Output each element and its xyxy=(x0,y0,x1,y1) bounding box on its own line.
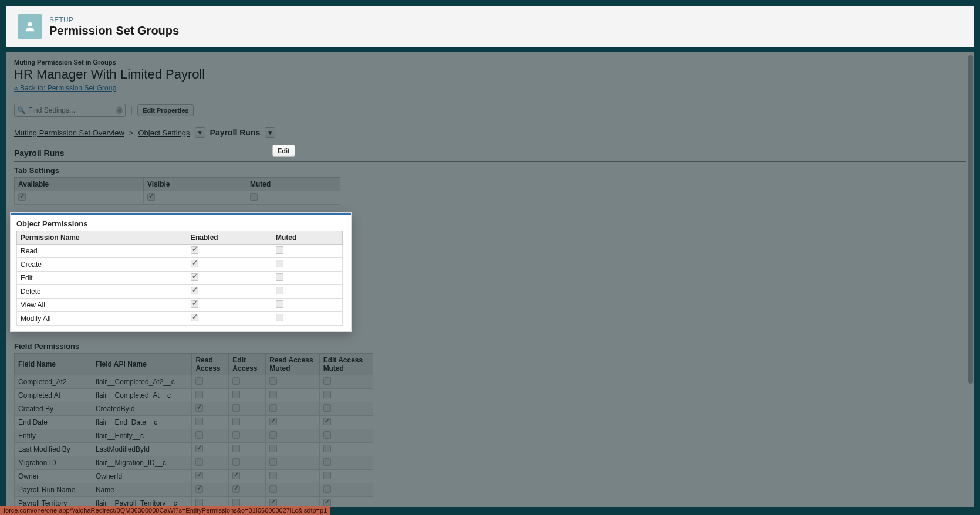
read-access-checkbox xyxy=(195,445,203,452)
muted-cell xyxy=(272,285,343,299)
read-access xyxy=(192,416,229,429)
edit-access-checkbox xyxy=(232,472,240,479)
field-name-cell: Completed At xyxy=(15,389,92,402)
field-name-cell: Last Modified By xyxy=(15,443,92,456)
edit-access-muted xyxy=(319,470,373,483)
read-access-muted xyxy=(266,429,319,443)
permission-name-cell: Modify All xyxy=(17,312,187,326)
read-access xyxy=(192,470,229,483)
svg-point-0 xyxy=(28,22,32,26)
read-access-muted-checkbox xyxy=(269,458,277,466)
search-input[interactable] xyxy=(28,106,116,114)
edit-access-checkbox xyxy=(232,431,240,439)
edit-access xyxy=(229,402,266,416)
field-api-cell: flair__Entity__c xyxy=(92,429,192,443)
divider xyxy=(14,99,966,99)
field-api-cell: flair__Completed_At__c xyxy=(92,389,192,402)
edit-button[interactable]: Edit xyxy=(272,145,295,157)
edit-access xyxy=(229,483,266,497)
breadcrumb-sep: > xyxy=(129,128,134,137)
enabled-checkbox xyxy=(191,314,198,321)
section-title: Payroll Runs xyxy=(14,146,65,160)
read-access-checkbox xyxy=(195,391,203,398)
th-visible: Visible xyxy=(144,178,246,191)
field-name-cell: Created By xyxy=(15,402,92,416)
read-access-muted xyxy=(266,470,319,483)
edit-access-checkbox xyxy=(232,404,240,412)
field-permission-row: Created ByCreatedById xyxy=(15,402,373,416)
read-access xyxy=(192,443,229,456)
enabled-cell xyxy=(187,245,272,258)
muted-cell xyxy=(272,245,343,258)
edit-properties-button[interactable]: Edit Properties xyxy=(137,104,194,116)
enabled-checkbox xyxy=(191,273,198,281)
muted-checkbox xyxy=(276,287,283,294)
object-permission-row: Create xyxy=(17,258,343,272)
field-name-cell: Payroll Run Name xyxy=(15,483,92,497)
object-permission-row: View All xyxy=(17,299,343,312)
read-access-muted-checkbox xyxy=(269,472,277,479)
field-api-cell: flair__Completed_At2__c xyxy=(92,375,192,389)
setup-header: SETUP Permission Set Groups xyxy=(6,6,974,47)
enabled-cell xyxy=(187,312,272,326)
read-access-checkbox xyxy=(195,458,203,466)
muted-checkbox xyxy=(276,246,283,254)
field-api-cell: LastModifiedById xyxy=(92,443,192,456)
read-access-muted-checkbox xyxy=(269,445,277,452)
read-access-muted-checkbox xyxy=(269,377,277,385)
read-access-checkbox xyxy=(195,418,203,425)
field-permission-row: Last Modified ByLastModifiedById xyxy=(15,443,373,456)
back-link[interactable]: « Back to: Permission Set Group xyxy=(14,84,116,92)
read-access xyxy=(192,402,229,416)
read-access-muted xyxy=(266,443,319,456)
payroll-runs-dropdown[interactable]: ▼ xyxy=(265,127,275,138)
read-access-muted xyxy=(266,416,319,429)
enabled-checkbox xyxy=(191,246,198,254)
field-permission-row: End Dateflair__End_Date__c xyxy=(15,416,373,429)
breadcrumb-overview[interactable]: Muting Permission Set Overview xyxy=(14,128,124,137)
edit-access-muted-checkbox xyxy=(323,391,331,398)
field-permission-row: Migration IDflair__Migration_ID__c xyxy=(15,456,373,470)
breadcrumb-object-settings[interactable]: Object Settings xyxy=(138,128,190,137)
th-field-api: Field API Name xyxy=(92,354,192,375)
edit-access xyxy=(229,389,266,402)
content-frame: Muting Permission Set in Groups HR Manag… xyxy=(6,52,974,507)
object-permissions-table: Permission Name Enabled Muted ReadCreate… xyxy=(16,231,343,326)
read-access-muted xyxy=(266,375,319,389)
edit-access-muted xyxy=(319,456,373,470)
object-permission-row: Edit xyxy=(17,272,343,285)
field-api-cell: Name xyxy=(92,483,192,497)
edit-access xyxy=(229,456,266,470)
field-api-cell: OwnerId xyxy=(92,470,192,483)
header-eyebrow: SETUP xyxy=(49,16,179,24)
read-access-checkbox xyxy=(195,472,203,479)
field-permissions-table: Field Name Field API Name Read Access Ed… xyxy=(14,353,373,507)
object-permission-row: Modify All xyxy=(17,312,343,326)
muted-cell xyxy=(272,258,343,272)
toolbar-separator: | xyxy=(130,105,133,116)
permission-name-cell: Create xyxy=(17,258,187,272)
object-permission-row: Delete xyxy=(17,285,343,299)
muted-checkbox xyxy=(250,193,258,201)
edit-access-muted-checkbox xyxy=(323,404,331,412)
read-access-muted-checkbox xyxy=(269,485,277,493)
edit-access-muted xyxy=(319,483,373,497)
object-permission-row: Read xyxy=(17,245,343,258)
edit-access-muted xyxy=(319,402,373,416)
edit-access-muted xyxy=(319,429,373,443)
clear-icon[interactable]: ✕ xyxy=(116,106,123,114)
muted-cell xyxy=(272,299,343,312)
muting-eyebrow: Muting Permission Set in Groups xyxy=(14,59,966,66)
permission-name-cell: Read xyxy=(17,245,187,258)
edit-access-muted xyxy=(319,389,373,402)
search-input-wrap[interactable]: 🔍 ✕ xyxy=(14,104,126,117)
field-name-cell: End Date xyxy=(15,416,92,429)
vertical-scrollbar[interactable] xyxy=(968,55,973,483)
object-settings-dropdown[interactable]: ▼ xyxy=(195,127,205,138)
read-access-muted xyxy=(266,456,319,470)
edit-access-muted-checkbox xyxy=(323,472,331,479)
muted-cell xyxy=(272,312,343,326)
available-checkbox xyxy=(18,193,26,201)
read-access xyxy=(192,483,229,497)
edit-access-checkbox xyxy=(232,445,240,452)
